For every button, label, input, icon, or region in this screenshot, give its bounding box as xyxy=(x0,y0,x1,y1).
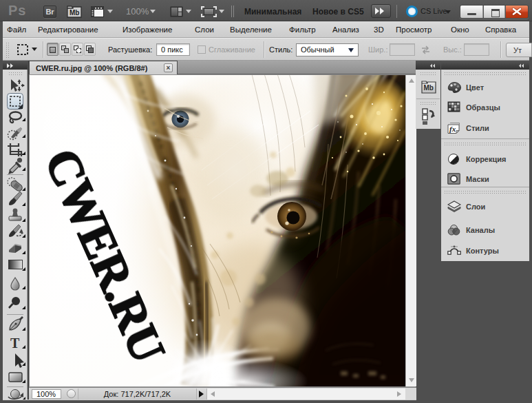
svg-text:fx: fx xyxy=(449,125,456,133)
svg-text:Mb: Mb xyxy=(424,84,434,92)
svg-text:T: T xyxy=(10,335,20,351)
svg-text:Mb: Mb xyxy=(70,9,79,17)
